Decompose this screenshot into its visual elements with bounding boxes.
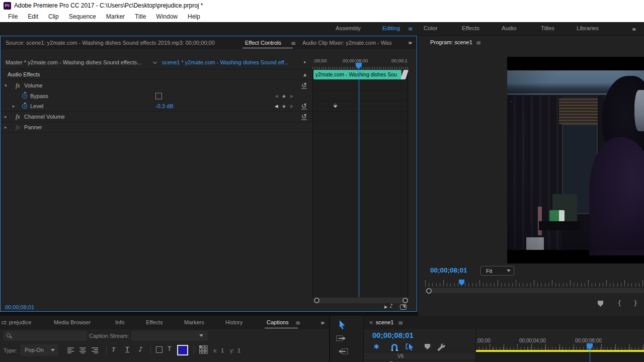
- track-content-area[interactable]: [475, 352, 644, 362]
- workspace-libraries[interactable]: Libraries: [577, 25, 599, 31]
- property-row-level[interactable]: ▸ Level -0.3 dB ◀ ◆ ▶ ↺: [1, 101, 312, 112]
- menu-title[interactable]: Title: [130, 13, 151, 20]
- reset-effect-icon[interactable]: ↺: [301, 103, 307, 110]
- workspace-menu-icon[interactable]: ≡: [408, 25, 413, 32]
- selection-tool[interactable]: [338, 320, 346, 330]
- previous-keyframe-icon[interactable]: ◀: [275, 104, 278, 109]
- twirl-closed-icon[interactable]: ▸: [13, 104, 15, 109]
- workspace-assembly[interactable]: Assembly: [336, 25, 361, 31]
- music-note-icon[interactable]: ♪: [138, 345, 142, 353]
- menu-sequence[interactable]: Sequence: [64, 13, 101, 20]
- add-marker-icon[interactable]: [425, 344, 430, 349]
- tab-audio-clip-mixer[interactable]: Audio Clip Mixer: y2mate.com - Was: [302, 40, 396, 46]
- add-keyframe-icon[interactable]: ◆: [282, 94, 286, 99]
- level-value[interactable]: -0.3 dB: [155, 103, 173, 109]
- ec-zoom-scrollbar[interactable]: [314, 298, 408, 303]
- loop-icon[interactable]: [400, 304, 407, 310]
- tab-captions[interactable]: Captions: [267, 319, 288, 325]
- reset-effect-icon[interactable]: ↺: [301, 82, 307, 88]
- workspace-audio[interactable]: Audio: [502, 25, 516, 31]
- workspace-editing[interactable]: Editing: [382, 25, 400, 31]
- ec-timecode[interactable]: 00;00;08;01: [5, 304, 34, 310]
- tab-markers[interactable]: Markers: [184, 319, 204, 325]
- menu-window[interactable]: Window: [151, 13, 183, 20]
- twirl-closed-icon[interactable]: ▸: [5, 114, 7, 119]
- caption-stream-select[interactable]: [131, 331, 208, 341]
- audio-clip-bar[interactable]: y2mate.com - Washing dishes Sou: [313, 70, 401, 79]
- tab-history[interactable]: History: [225, 319, 243, 325]
- program-timecode[interactable]: 00;00;08;01: [430, 266, 467, 274]
- bypass-checkbox[interactable]: [155, 93, 162, 99]
- toggle-animation-icon[interactable]: [22, 94, 27, 99]
- align-left-icon[interactable]: [67, 347, 74, 353]
- reset-effect-icon[interactable]: ↺: [301, 114, 307, 120]
- timeline-ruler[interactable]: [475, 343, 644, 350]
- track-header-v6[interactable]: V6: [364, 352, 475, 359]
- master-clip-label[interactable]: Master * y2mate.com - Washing dishes Sou…: [6, 59, 150, 65]
- color-swatch[interactable]: [177, 345, 188, 355]
- tab-program[interactable]: Program: scene1: [430, 39, 472, 45]
- menu-clip[interactable]: Clip: [43, 13, 64, 20]
- tab-info[interactable]: Info: [115, 319, 124, 325]
- panel-menu-icon[interactable]: ≡: [295, 319, 300, 326]
- workspace-titles[interactable]: Titles: [541, 25, 554, 31]
- snap-icon[interactable]: [391, 344, 397, 350]
- play-toggle-icon[interactable]: ▸: [304, 59, 306, 64]
- panel-menu-icon[interactable]: ≡: [398, 319, 403, 326]
- toggle-animation-icon[interactable]: [22, 104, 27, 109]
- tab-media-browser[interactable]: Media Browser: [54, 319, 91, 325]
- track-header-v5[interactable]: V5: [364, 360, 475, 362]
- workspace-color[interactable]: Color: [424, 25, 437, 31]
- tab-sequence[interactable]: scene1: [376, 319, 393, 325]
- play-audio-icon[interactable]: ▶: [384, 305, 387, 309]
- playhead-line[interactable]: [359, 66, 360, 297]
- collapse-section-icon[interactable]: ▲: [303, 72, 306, 77]
- align-center-icon[interactable]: [79, 347, 87, 353]
- program-zoom-handle[interactable]: [426, 288, 432, 294]
- track-select-backward-tool[interactable]: [336, 348, 348, 355]
- sequence-clip-label[interactable]: scene1 * y2mate.com - Washing dishes Sou…: [162, 59, 294, 65]
- menu-edit[interactable]: Edit: [23, 13, 43, 20]
- underline-icon[interactable]: T: [125, 345, 129, 353]
- add-keyframe-icon[interactable]: ◆: [282, 104, 286, 109]
- property-row-bypass[interactable]: Bypass ◀ ◆ ▶: [1, 90, 312, 101]
- align-right-icon[interactable]: [91, 347, 99, 353]
- panel-tab-overflow-icon[interactable]: »: [408, 39, 412, 46]
- next-keyframe-icon[interactable]: ▶: [290, 94, 294, 99]
- tab-effects[interactable]: Effects: [146, 319, 163, 325]
- grid-position-icon[interactable]: [199, 345, 208, 354]
- linked-selection-icon[interactable]: [406, 343, 414, 351]
- chevron-down-icon[interactable]: [153, 60, 157, 64]
- menu-help[interactable]: Help: [183, 13, 205, 20]
- ec-zoom-handle-left[interactable]: [314, 298, 319, 303]
- italic-icon[interactable]: T: [112, 345, 115, 353]
- next-keyframe-icon[interactable]: ▶: [290, 104, 294, 109]
- twirl-open-icon[interactable]: ▾: [5, 83, 7, 88]
- keyframe-lane-area[interactable]: [312, 69, 408, 297]
- effect-row-volume[interactable]: ▾ fx Volume ↺: [1, 80, 312, 90]
- previous-keyframe-icon[interactable]: ◀: [275, 94, 278, 99]
- mark-in-icon[interactable]: {: [617, 299, 621, 307]
- menu-marker[interactable]: Marker: [101, 13, 130, 20]
- timeline-settings-icon[interactable]: [437, 343, 445, 351]
- workspace-overflow-icon[interactable]: »: [632, 25, 636, 33]
- text-edge-icon[interactable]: [156, 346, 163, 353]
- text-color-icon[interactable]: T: [168, 345, 171, 352]
- program-ruler[interactable]: [425, 279, 644, 287]
- x-value[interactable]: 1: [221, 347, 224, 353]
- insert-overwrite-nest-icon[interactable]: ✱: [374, 343, 379, 350]
- workspace-effects[interactable]: Effects: [462, 25, 479, 31]
- y-value[interactable]: 1: [237, 347, 240, 353]
- play-audio-note-icon[interactable]: ♪: [389, 303, 393, 309]
- track-select-forward-tool[interactable]: [336, 335, 348, 342]
- tab-effect-controls[interactable]: Effect Controls: [245, 40, 281, 46]
- tab-source[interactable]: Source: scene1: y2mate.com - Washing dis…: [6, 40, 215, 46]
- timeline-playhead-line[interactable]: [590, 348, 591, 362]
- close-tab-icon[interactable]: ×: [369, 319, 373, 326]
- panel-tab-overflow-icon[interactable]: »: [320, 319, 325, 326]
- tab-project[interactable]: ct: prejudice: [2, 319, 31, 325]
- effect-row-channel-volume[interactable]: ▸ fx Channel Volume ↺: [1, 112, 312, 122]
- effect-row-panner[interactable]: ▸ fx Panner: [1, 122, 312, 133]
- timeline-timecode[interactable]: 00;00;08;01: [372, 331, 414, 339]
- panel-menu-icon[interactable]: ≡: [291, 40, 296, 47]
